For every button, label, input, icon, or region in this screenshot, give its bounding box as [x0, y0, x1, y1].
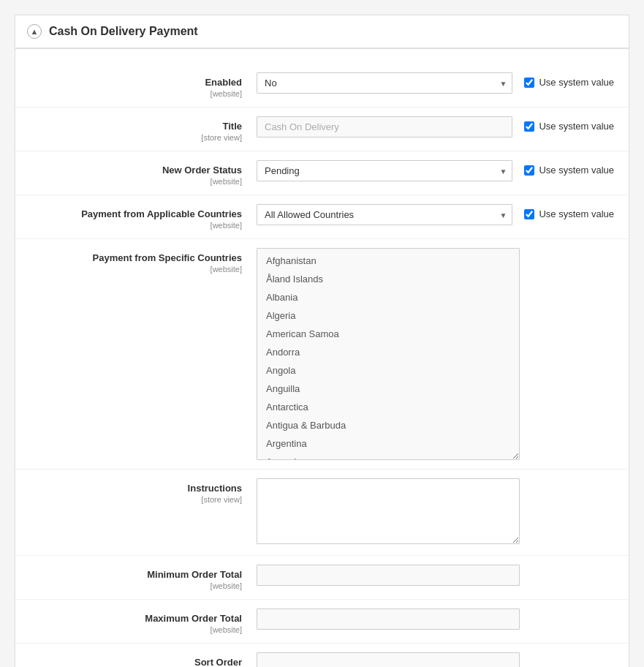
instructions-control-col — [257, 478, 614, 546]
minimum-order-total-control-col — [257, 565, 614, 586]
enabled-select[interactable]: No Yes — [257, 72, 512, 94]
minimum-order-total-scope: [website] — [30, 581, 242, 590]
sort-order-control-col — [257, 652, 614, 667]
payment-applicable-scope: [website] — [30, 221, 242, 230]
maximum-order-total-row: Maximum Order Total [website] — [15, 600, 629, 644]
section-header[interactable]: ▲ Cash On Delivery Payment — [15, 15, 629, 49]
title-use-system-checkbox[interactable] — [524, 121, 534, 132]
new-order-status-select[interactable]: Pending Processing Complete — [257, 160, 512, 181]
payment-specific-label: Payment from Specific Countries — [30, 252, 242, 263]
maximum-order-total-scope: [website] — [30, 625, 242, 634]
list-item[interactable]: Antarctica — [257, 398, 519, 416]
maximum-order-total-label-col: Maximum Order Total [website] — [30, 608, 257, 634]
maximum-order-total-label: Maximum Order Total — [30, 613, 242, 624]
sort-order-label-col: Sort Order [website] — [30, 652, 257, 667]
instructions-textarea[interactable] — [257, 478, 520, 544]
payment-specific-listbox[interactable]: Afghanistan Åland Islands Albania Algeri… — [257, 248, 520, 460]
new-order-status-label: New Order Status — [30, 165, 242, 176]
new-order-status-use-system-checkbox[interactable] — [524, 165, 534, 176]
new-order-status-label-col: New Order Status [website] — [30, 160, 257, 186]
section-title: Cash On Delivery Payment — [49, 25, 198, 38]
minimum-order-total-input[interactable] — [257, 565, 520, 586]
enabled-use-system-checkbox[interactable] — [524, 78, 534, 88]
title-scope: [store view] — [30, 133, 242, 142]
instructions-label-col: Instructions [store view] — [30, 478, 257, 504]
enabled-label-col: Enabled [website] — [30, 72, 257, 98]
payment-specific-scope: [website] — [30, 265, 242, 274]
new-order-status-select-wrapper: Pending Processing Complete ▼ — [257, 160, 512, 181]
new-order-status-scope: [website] — [30, 177, 242, 186]
title-input-wrapper — [257, 116, 512, 137]
title-control-col: Use system value — [257, 116, 614, 137]
payment-specific-label-col: Payment from Specific Countries [website… — [30, 248, 257, 274]
list-item[interactable]: Armenia — [257, 453, 519, 460]
minimum-order-total-row: Minimum Order Total [website] — [15, 556, 629, 600]
list-item[interactable]: Afghanistan — [257, 252, 519, 270]
payment-applicable-label: Payment from Applicable Countries — [30, 208, 242, 219]
payment-applicable-row: Payment from Applicable Countries [websi… — [15, 195, 629, 239]
list-item[interactable]: Åland Islands — [257, 270, 519, 288]
minimum-order-total-label: Minimum Order Total — [30, 569, 242, 580]
new-order-status-row: New Order Status [website] Pending Proce… — [15, 151, 629, 195]
payment-applicable-use-system-label[interactable]: Use system value — [524, 204, 614, 219]
enabled-label: Enabled — [30, 77, 242, 88]
sort-order-row: Sort Order [website] — [15, 644, 629, 667]
toggle-icon[interactable]: ▲ — [27, 24, 42, 39]
payment-specific-control-col: Afghanistan Åland Islands Albania Algeri… — [257, 248, 614, 460]
payment-applicable-select[interactable]: All Allowed Countries Specific Countries — [257, 204, 512, 225]
enabled-scope: [website] — [30, 89, 242, 98]
section-container: ▲ Cash On Delivery Payment Enabled [webs… — [15, 15, 629, 667]
title-input[interactable] — [257, 116, 512, 137]
maximum-order-total-input-wrapper — [257, 608, 520, 630]
payment-applicable-select-wrapper: All Allowed Countries Specific Countries… — [257, 204, 512, 225]
list-item[interactable]: Antigua & Barbuda — [257, 416, 519, 434]
enabled-control-col: No Yes ▼ Use system value — [257, 72, 614, 94]
list-item[interactable]: Anguilla — [257, 380, 519, 398]
payment-specific-listbox-wrapper: Afghanistan Åland Islands Albania Algeri… — [257, 248, 520, 460]
sort-order-input-wrapper — [257, 652, 520, 667]
title-label: Title — [30, 121, 242, 132]
minimum-order-total-label-col: Minimum Order Total [website] — [30, 565, 257, 590]
enabled-select-wrapper: No Yes ▼ — [257, 72, 512, 94]
title-row: Title [store view] Use system value — [15, 108, 629, 151]
enabled-row: Enabled [website] No Yes ▼ Use system va… — [15, 64, 629, 108]
maximum-order-total-input[interactable] — [257, 608, 520, 630]
sort-order-input[interactable] — [257, 652, 520, 667]
payment-specific-row: Payment from Specific Countries [website… — [15, 239, 629, 470]
list-item[interactable]: Algeria — [257, 306, 519, 325]
enabled-use-system-label[interactable]: Use system value — [524, 72, 614, 88]
new-order-status-control-col: Pending Processing Complete ▼ Use system… — [257, 160, 614, 181]
list-item[interactable]: Angola — [257, 361, 519, 380]
list-item[interactable]: American Samoa — [257, 325, 519, 343]
section-body: Enabled [website] No Yes ▼ Use system va… — [15, 49, 629, 667]
list-item[interactable]: Andorra — [257, 343, 519, 361]
payment-applicable-use-system-checkbox[interactable] — [524, 209, 534, 219]
title-use-system-label[interactable]: Use system value — [524, 116, 614, 132]
instructions-scope: [store view] — [30, 495, 242, 504]
instructions-textarea-wrapper — [257, 478, 520, 546]
payment-applicable-label-col: Payment from Applicable Countries [websi… — [30, 204, 257, 230]
sort-order-label: Sort Order — [30, 657, 242, 667]
instructions-label: Instructions — [30, 483, 242, 494]
new-order-status-use-system-label[interactable]: Use system value — [524, 160, 614, 176]
title-label-col: Title [store view] — [30, 116, 257, 142]
payment-applicable-control-col: All Allowed Countries Specific Countries… — [257, 204, 614, 225]
minimum-order-total-input-wrapper — [257, 565, 520, 586]
list-item[interactable]: Albania — [257, 288, 519, 306]
instructions-row: Instructions [store view] — [15, 470, 629, 556]
maximum-order-total-control-col — [257, 608, 614, 630]
list-item[interactable]: Argentina — [257, 434, 519, 453]
